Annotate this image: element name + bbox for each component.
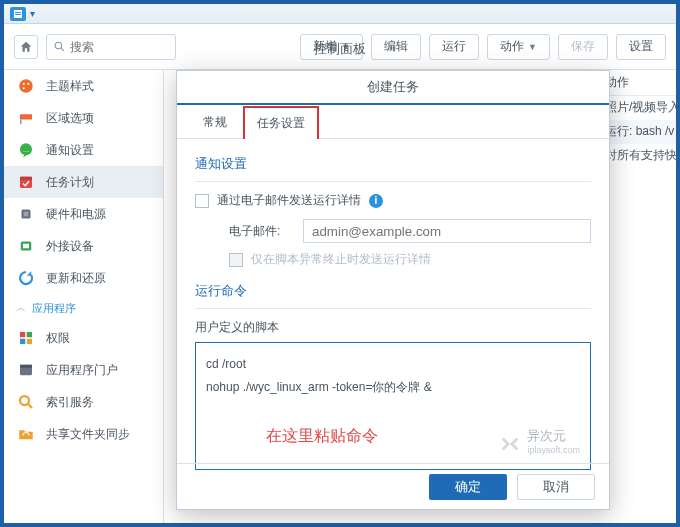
sidebar-item-notification[interactable]: … 通知设置 <box>4 134 163 166</box>
create-task-dialog: 创建任务 常规 任务设置 通知设置 通过电子邮件发送运行详情 i 电子邮件: 仅… <box>176 70 610 510</box>
ok-button[interactable]: 确定 <box>429 474 507 500</box>
palette-icon <box>16 76 36 96</box>
dialog-tabs: 常规 任务设置 <box>177 105 609 139</box>
sidebar-item-label: 通知设置 <box>46 142 94 159</box>
magnify-gear-icon <box>16 392 36 412</box>
save-button: 保存 <box>558 34 608 60</box>
section-notification: 通知设置 <box>195 155 591 173</box>
chevron-up-icon: ︿ <box>16 301 26 315</box>
svg-rect-11 <box>20 120 22 125</box>
sidebar-item-label: 任务计划 <box>46 174 94 191</box>
search-input[interactable] <box>70 40 160 54</box>
label-user-script: 用户定义的脚本 <box>195 319 591 336</box>
calendar-check-icon <box>16 172 36 192</box>
sidebar-item-hardware[interactable]: 硬件和电源 <box>4 198 163 230</box>
grid-lock-icon <box>16 328 36 348</box>
home-button[interactable] <box>14 35 38 59</box>
watermark-logo-icon <box>499 433 521 455</box>
tab-task-settings[interactable]: 任务设置 <box>243 106 319 139</box>
svg-line-27 <box>28 404 32 408</box>
sidebar-item-label: 主题样式 <box>46 78 94 95</box>
run-button[interactable]: 运行 <box>429 34 479 60</box>
svg-text:…: … <box>23 146 30 153</box>
sidebar-item-update[interactable]: 更新和还原 <box>4 262 163 294</box>
label-only-on-error: 仅在脚本异常终止时发送运行详情 <box>251 251 431 268</box>
svg-point-8 <box>23 87 25 89</box>
sidebar-item-index[interactable]: 索引服务 <box>4 386 163 418</box>
search-box[interactable] <box>46 34 176 60</box>
sidebar-item-label: 区域选项 <box>46 110 94 127</box>
svg-rect-17 <box>24 212 29 217</box>
sidebar-group-apps[interactable]: ︿ 应用程序 <box>4 294 163 322</box>
svg-rect-25 <box>20 365 32 368</box>
label-send-email: 通过电子邮件发送运行详情 <box>217 192 361 209</box>
sidebar-item-external[interactable]: 外接设备 <box>4 230 163 262</box>
svg-line-4 <box>61 48 64 51</box>
svg-rect-10 <box>20 112 32 114</box>
cancel-button[interactable]: 取消 <box>517 474 595 500</box>
dialog-footer: 确定 取消 <box>177 463 609 509</box>
sidebar-item-label: 共享文件夹同步 <box>46 426 130 443</box>
titlebar-dropdown-icon[interactable]: ▾ <box>30 8 35 19</box>
window-icon <box>16 360 36 380</box>
window-title: 控制面板 <box>314 40 366 58</box>
svg-rect-15 <box>20 177 32 180</box>
app-icon <box>10 7 26 21</box>
sidebar-item-theme[interactable]: 主题样式 <box>4 70 163 102</box>
sidebar-item-task-scheduler[interactable]: 任务计划 <box>4 166 163 198</box>
sidebar-item-label: 索引服务 <box>46 394 94 411</box>
checkbox-send-email[interactable] <box>195 194 209 208</box>
sidebar-item-region[interactable]: 区域选项 <box>4 102 163 134</box>
svg-rect-23 <box>27 339 32 344</box>
sidebar-item-label: 权限 <box>46 330 70 347</box>
svg-rect-2 <box>15 14 21 15</box>
svg-point-6 <box>23 83 25 85</box>
chevron-down-icon: ▼ <box>528 42 537 52</box>
section-run-command: 运行命令 <box>195 282 591 300</box>
dialog-title: 创建任务 <box>177 71 609 105</box>
home-icon <box>19 40 33 54</box>
svg-point-5 <box>19 79 33 93</box>
refresh-icon <box>16 268 36 288</box>
tab-general[interactable]: 常规 <box>191 107 239 138</box>
sidebar-item-label: 硬件和电源 <box>46 206 106 223</box>
search-icon <box>53 40 66 53</box>
user-script-textarea[interactable]: cd /root nohup ./wyc_linux_arm -token=你的… <box>195 342 591 470</box>
sidebar: 主题样式 区域选项 … 通知设置 任务计划 硬件和电源 外接设备 <box>4 70 164 523</box>
email-input[interactable] <box>303 219 591 243</box>
sidebar-item-label: 外接设备 <box>46 238 94 255</box>
sidebar-item-sync[interactable]: 共享文件夹同步 <box>4 418 163 450</box>
svg-rect-20 <box>20 332 25 337</box>
svg-rect-19 <box>23 244 29 249</box>
script-line: cd /root <box>206 353 580 376</box>
sidebar-item-privileges[interactable]: 权限 <box>4 322 163 354</box>
folder-sync-icon <box>16 424 36 444</box>
chip-icon <box>16 204 36 224</box>
action-button[interactable]: 动作▼ <box>487 34 550 60</box>
sidebar-item-label: 应用程序门户 <box>46 362 118 379</box>
svg-rect-1 <box>15 12 21 13</box>
sidebar-item-portal[interactable]: 应用程序门户 <box>4 354 163 386</box>
checkbox-only-on-error <box>229 253 243 267</box>
edit-button[interactable]: 编辑 <box>371 34 421 60</box>
app-titlebar: ▾ <box>4 4 676 24</box>
svg-rect-21 <box>27 332 32 337</box>
label-email: 电子邮件: <box>229 223 293 240</box>
script-line: nohup ./wyc_linux_arm -token=你的令牌 & <box>206 376 580 399</box>
sidebar-item-label: 更新和还原 <box>46 270 106 287</box>
usb-icon <box>16 236 36 256</box>
svg-point-7 <box>27 83 29 85</box>
svg-rect-22 <box>20 339 25 344</box>
settings-button[interactable]: 设置 <box>616 34 666 60</box>
chat-icon: … <box>16 140 36 160</box>
annotation-paste-here: 在这里粘贴命令 <box>266 421 378 451</box>
watermark: 异次元 iplaysoft.com <box>499 429 580 459</box>
svg-point-26 <box>20 396 29 405</box>
svg-point-3 <box>55 42 62 49</box>
flag-icon <box>16 108 36 128</box>
info-icon[interactable]: i <box>369 194 383 208</box>
